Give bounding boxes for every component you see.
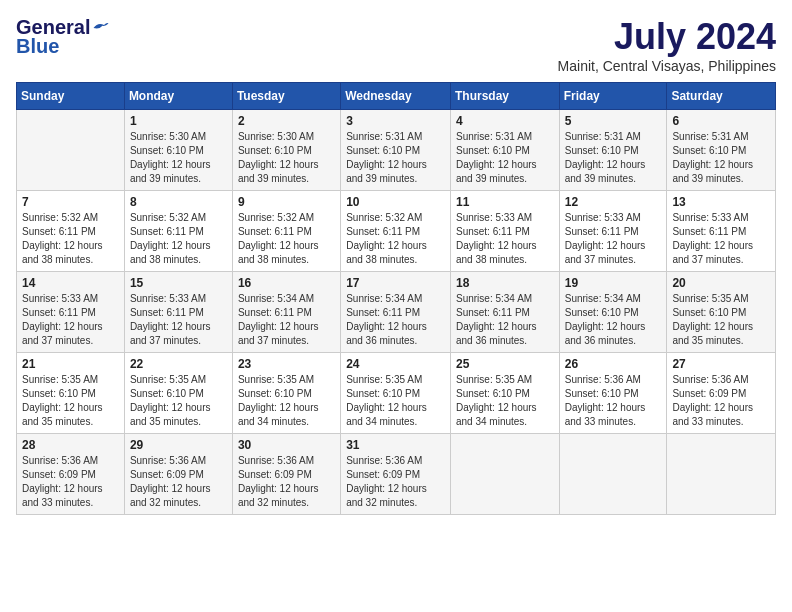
day-info: Sunrise: 5:30 AMSunset: 6:10 PMDaylight:…: [238, 130, 335, 186]
header-wednesday: Wednesday: [341, 83, 451, 110]
day-info: Sunrise: 5:32 AMSunset: 6:11 PMDaylight:…: [130, 211, 227, 267]
header-tuesday: Tuesday: [232, 83, 340, 110]
day-info: Sunrise: 5:34 AMSunset: 6:11 PMDaylight:…: [238, 292, 335, 348]
day-number: 10: [346, 195, 445, 209]
calendar-cell: 31Sunrise: 5:36 AMSunset: 6:09 PMDayligh…: [341, 434, 451, 515]
day-number: 15: [130, 276, 227, 290]
day-info: Sunrise: 5:35 AMSunset: 6:10 PMDaylight:…: [456, 373, 554, 429]
day-number: 24: [346, 357, 445, 371]
calendar-cell: 16Sunrise: 5:34 AMSunset: 6:11 PMDayligh…: [232, 272, 340, 353]
day-info: Sunrise: 5:34 AMSunset: 6:10 PMDaylight:…: [565, 292, 662, 348]
header-row: SundayMondayTuesdayWednesdayThursdayFrid…: [17, 83, 776, 110]
day-number: 22: [130, 357, 227, 371]
day-info: Sunrise: 5:36 AMSunset: 6:09 PMDaylight:…: [346, 454, 445, 510]
day-info: Sunrise: 5:35 AMSunset: 6:10 PMDaylight:…: [130, 373, 227, 429]
calendar-cell: 22Sunrise: 5:35 AMSunset: 6:10 PMDayligh…: [124, 353, 232, 434]
week-row-1: 1Sunrise: 5:30 AMSunset: 6:10 PMDaylight…: [17, 110, 776, 191]
logo: General Blue: [16, 16, 110, 58]
day-number: 5: [565, 114, 662, 128]
calendar-cell: [17, 110, 125, 191]
day-number: 21: [22, 357, 119, 371]
day-info: Sunrise: 5:33 AMSunset: 6:11 PMDaylight:…: [130, 292, 227, 348]
day-info: Sunrise: 5:35 AMSunset: 6:10 PMDaylight:…: [672, 292, 770, 348]
day-info: Sunrise: 5:35 AMSunset: 6:10 PMDaylight:…: [346, 373, 445, 429]
day-number: 4: [456, 114, 554, 128]
day-number: 2: [238, 114, 335, 128]
title-block: July 2024 Mainit, Central Visayas, Phili…: [558, 16, 776, 74]
day-info: Sunrise: 5:32 AMSunset: 6:11 PMDaylight:…: [346, 211, 445, 267]
header-friday: Friday: [559, 83, 667, 110]
page-header: General Blue July 2024 Mainit, Central V…: [16, 16, 776, 74]
day-info: Sunrise: 5:35 AMSunset: 6:10 PMDaylight:…: [22, 373, 119, 429]
day-number: 19: [565, 276, 662, 290]
calendar-cell: 13Sunrise: 5:33 AMSunset: 6:11 PMDayligh…: [667, 191, 776, 272]
header-saturday: Saturday: [667, 83, 776, 110]
day-info: Sunrise: 5:33 AMSunset: 6:11 PMDaylight:…: [456, 211, 554, 267]
calendar-cell: 10Sunrise: 5:32 AMSunset: 6:11 PMDayligh…: [341, 191, 451, 272]
header-sunday: Sunday: [17, 83, 125, 110]
day-info: Sunrise: 5:32 AMSunset: 6:11 PMDaylight:…: [238, 211, 335, 267]
day-number: 20: [672, 276, 770, 290]
calendar-cell: 24Sunrise: 5:35 AMSunset: 6:10 PMDayligh…: [341, 353, 451, 434]
day-info: Sunrise: 5:36 AMSunset: 6:09 PMDaylight:…: [22, 454, 119, 510]
day-info: Sunrise: 5:34 AMSunset: 6:11 PMDaylight:…: [346, 292, 445, 348]
calendar-cell: [559, 434, 667, 515]
day-info: Sunrise: 5:36 AMSunset: 6:09 PMDaylight:…: [130, 454, 227, 510]
calendar-cell: 27Sunrise: 5:36 AMSunset: 6:09 PMDayligh…: [667, 353, 776, 434]
day-info: Sunrise: 5:34 AMSunset: 6:11 PMDaylight:…: [456, 292, 554, 348]
calendar-cell: 26Sunrise: 5:36 AMSunset: 6:10 PMDayligh…: [559, 353, 667, 434]
calendar-cell: 6Sunrise: 5:31 AMSunset: 6:10 PMDaylight…: [667, 110, 776, 191]
calendar-cell: 3Sunrise: 5:31 AMSunset: 6:10 PMDaylight…: [341, 110, 451, 191]
day-info: Sunrise: 5:31 AMSunset: 6:10 PMDaylight:…: [672, 130, 770, 186]
header-monday: Monday: [124, 83, 232, 110]
calendar-cell: 20Sunrise: 5:35 AMSunset: 6:10 PMDayligh…: [667, 272, 776, 353]
calendar-cell: 1Sunrise: 5:30 AMSunset: 6:10 PMDaylight…: [124, 110, 232, 191]
day-info: Sunrise: 5:30 AMSunset: 6:10 PMDaylight:…: [130, 130, 227, 186]
calendar-cell: 5Sunrise: 5:31 AMSunset: 6:10 PMDaylight…: [559, 110, 667, 191]
day-number: 17: [346, 276, 445, 290]
day-info: Sunrise: 5:33 AMSunset: 6:11 PMDaylight:…: [672, 211, 770, 267]
day-number: 12: [565, 195, 662, 209]
day-number: 31: [346, 438, 445, 452]
logo-blue: Blue: [16, 35, 59, 58]
calendar-cell: 29Sunrise: 5:36 AMSunset: 6:09 PMDayligh…: [124, 434, 232, 515]
day-info: Sunrise: 5:35 AMSunset: 6:10 PMDaylight:…: [238, 373, 335, 429]
day-info: Sunrise: 5:36 AMSunset: 6:09 PMDaylight:…: [238, 454, 335, 510]
day-number: 1: [130, 114, 227, 128]
calendar-cell: 4Sunrise: 5:31 AMSunset: 6:10 PMDaylight…: [450, 110, 559, 191]
day-number: 29: [130, 438, 227, 452]
day-info: Sunrise: 5:36 AMSunset: 6:09 PMDaylight:…: [672, 373, 770, 429]
calendar-cell: [667, 434, 776, 515]
day-number: 27: [672, 357, 770, 371]
calendar-cell: 30Sunrise: 5:36 AMSunset: 6:09 PMDayligh…: [232, 434, 340, 515]
calendar-cell: 28Sunrise: 5:36 AMSunset: 6:09 PMDayligh…: [17, 434, 125, 515]
day-info: Sunrise: 5:31 AMSunset: 6:10 PMDaylight:…: [346, 130, 445, 186]
calendar-cell: 9Sunrise: 5:32 AMSunset: 6:11 PMDaylight…: [232, 191, 340, 272]
day-number: 25: [456, 357, 554, 371]
week-row-3: 14Sunrise: 5:33 AMSunset: 6:11 PMDayligh…: [17, 272, 776, 353]
calendar-cell: 7Sunrise: 5:32 AMSunset: 6:11 PMDaylight…: [17, 191, 125, 272]
day-number: 6: [672, 114, 770, 128]
logo-bird-icon: [92, 19, 110, 37]
week-row-4: 21Sunrise: 5:35 AMSunset: 6:10 PMDayligh…: [17, 353, 776, 434]
calendar-cell: 19Sunrise: 5:34 AMSunset: 6:10 PMDayligh…: [559, 272, 667, 353]
day-number: 13: [672, 195, 770, 209]
calendar-cell: 8Sunrise: 5:32 AMSunset: 6:11 PMDaylight…: [124, 191, 232, 272]
location-title: Mainit, Central Visayas, Philippines: [558, 58, 776, 74]
day-info: Sunrise: 5:36 AMSunset: 6:10 PMDaylight:…: [565, 373, 662, 429]
day-number: 30: [238, 438, 335, 452]
calendar-cell: 18Sunrise: 5:34 AMSunset: 6:11 PMDayligh…: [450, 272, 559, 353]
week-row-5: 28Sunrise: 5:36 AMSunset: 6:09 PMDayligh…: [17, 434, 776, 515]
calendar-cell: [450, 434, 559, 515]
calendar-cell: 21Sunrise: 5:35 AMSunset: 6:10 PMDayligh…: [17, 353, 125, 434]
calendar-cell: 25Sunrise: 5:35 AMSunset: 6:10 PMDayligh…: [450, 353, 559, 434]
day-info: Sunrise: 5:31 AMSunset: 6:10 PMDaylight:…: [565, 130, 662, 186]
day-number: 28: [22, 438, 119, 452]
day-info: Sunrise: 5:33 AMSunset: 6:11 PMDaylight:…: [22, 292, 119, 348]
day-info: Sunrise: 5:33 AMSunset: 6:11 PMDaylight:…: [565, 211, 662, 267]
month-title: July 2024: [558, 16, 776, 58]
day-number: 11: [456, 195, 554, 209]
calendar-cell: 11Sunrise: 5:33 AMSunset: 6:11 PMDayligh…: [450, 191, 559, 272]
week-row-2: 7Sunrise: 5:32 AMSunset: 6:11 PMDaylight…: [17, 191, 776, 272]
day-number: 14: [22, 276, 119, 290]
